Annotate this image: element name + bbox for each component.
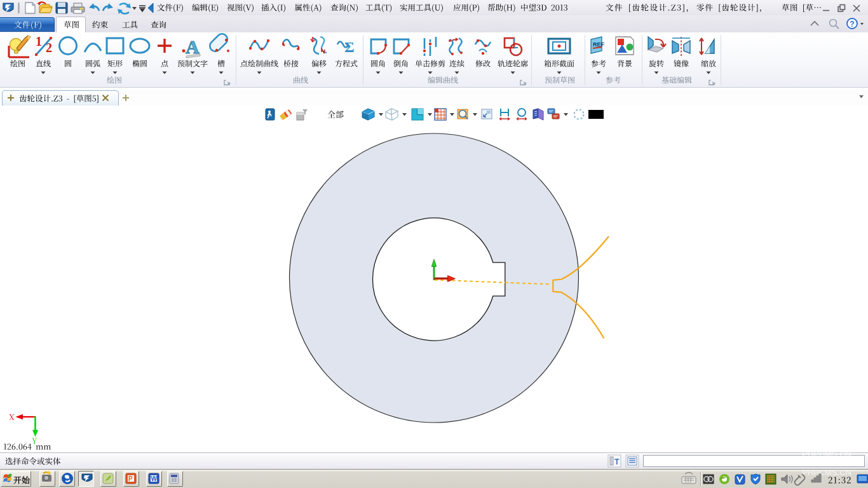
- svg-text:1: 1: [36, 34, 42, 48]
- svg-text:P: P: [128, 475, 133, 482]
- svg-text:T: T: [614, 458, 620, 466]
- svg-text:A: A: [186, 36, 200, 57]
- svg-text:Σ: Σ: [344, 39, 355, 55]
- svg-text:W: W: [151, 475, 158, 482]
- svg-text:REF: REF: [593, 41, 605, 48]
- svg-text:PHPCMS.CN: PHPCMS.CN: [802, 468, 851, 477]
- svg-text:PHPCMS.CN: PHPCMS.CN: [802, 449, 851, 459]
- svg-text:?: ?: [850, 20, 854, 29]
